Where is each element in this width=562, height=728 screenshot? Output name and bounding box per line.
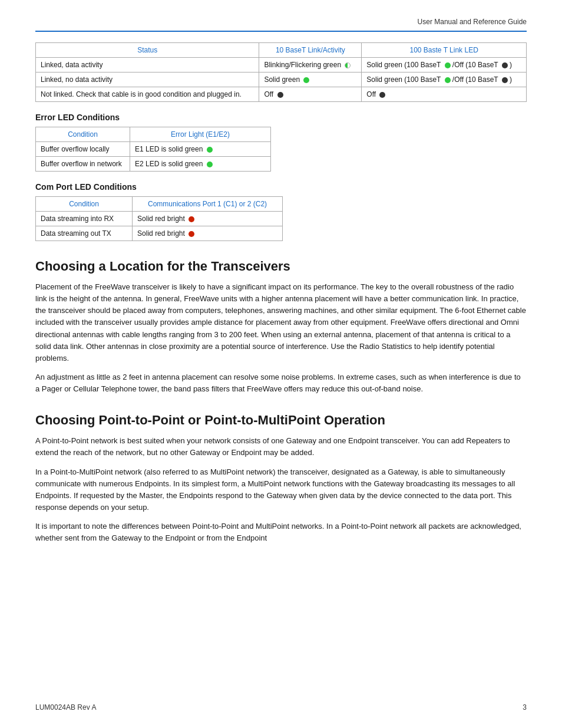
error-row1-condition: Buffer overflow locally xyxy=(36,142,130,157)
led-green-icon xyxy=(207,162,213,167)
led-green-icon xyxy=(207,147,213,153)
error-col-condition: Condition xyxy=(36,127,130,142)
com-row2-condition: Data streaming out TX xyxy=(36,226,133,241)
led-dark-icon xyxy=(502,77,508,83)
table-row: Data streaming into RX Solid red bright xyxy=(36,212,283,226)
error-row1-light: E1 LED is solid green xyxy=(130,142,271,157)
footer-left: LUM0024AB Rev A xyxy=(35,703,96,711)
error-col-light: Error Light (E1/E2) xyxy=(130,127,271,142)
table-row: Data streaming out TX Solid red bright xyxy=(36,226,283,241)
led-green-icon xyxy=(445,77,451,83)
error-row2-condition: Buffer overflow in network xyxy=(36,157,130,172)
row1-link100: Solid green (100 BaseT /Off (10 BaseT ) xyxy=(362,58,527,73)
com-section-heading: Com Port LED Conditions xyxy=(35,182,527,192)
row3-activity: Off xyxy=(259,87,362,102)
location-para-2: An adjustment as little as 2 feet in ant… xyxy=(35,371,527,395)
link-col-status: Status xyxy=(36,43,259,58)
link-col-100base: 100 Baste T Link LED xyxy=(362,43,527,58)
multipoint-section-heading: Choosing Point-to-Point or Point-to-Mult… xyxy=(35,413,527,428)
footer-right: 3 xyxy=(523,703,527,711)
multipoint-para-2: In a Point-to-MultiPoint network (also r… xyxy=(35,466,527,514)
com-row1-condition: Data streaming into RX xyxy=(36,212,133,226)
row2-link100: Solid green (100 BaseT /Off (10 BaseT ) xyxy=(362,73,527,87)
link-col-10base: 10 BaseT Link/Activity xyxy=(259,43,362,58)
row2-activity: Solid green xyxy=(259,73,362,87)
error-section-heading: Error LED Conditions xyxy=(35,113,527,122)
row3-link100: Off xyxy=(362,87,527,102)
table-row: Buffer overflow locally E1 LED is solid … xyxy=(36,142,271,157)
led-red-icon xyxy=(189,231,194,237)
com-col-condition: Condition xyxy=(36,197,133,212)
led-dark-icon xyxy=(502,62,508,68)
led-dark-icon xyxy=(277,92,283,98)
com-row1-light: Solid red bright xyxy=(133,212,283,226)
led-green-icon xyxy=(303,77,309,83)
table-row: Buffer overflow in network E2 LED is sol… xyxy=(36,157,271,172)
link-activity-table: Status 10 BaseT Link/Activity 100 Baste … xyxy=(35,42,527,102)
led-green-icon xyxy=(445,62,451,68)
table-row: Linked, data activity Blinking/Flickerin… xyxy=(36,58,527,73)
page-header: User Manual and Reference Guide xyxy=(35,18,527,26)
led-red-icon xyxy=(189,216,194,222)
row2-status: Linked, no data activity xyxy=(36,73,259,87)
row1-activity: Blinking/Flickering green xyxy=(259,58,362,73)
error-led-table: Condition Error Light (E1/E2) Buffer ove… xyxy=(35,127,271,172)
page-footer: LUM0024AB Rev A 3 xyxy=(35,703,527,711)
led-half-green-icon xyxy=(345,62,351,68)
table-row: Linked, no data activity Solid green Sol… xyxy=(36,73,527,87)
led-dark-icon xyxy=(379,92,385,98)
location-para-1: Placement of the FreeWave transceiver is… xyxy=(35,281,527,364)
multipoint-para-3: It is important to note the differences … xyxy=(35,521,527,544)
row3-status: Not linked. Check that cable is in good … xyxy=(36,87,259,102)
table-row: Not linked. Check that cable is in good … xyxy=(36,87,527,102)
multipoint-para-1: A Point-to-Point network is best suited … xyxy=(35,435,527,459)
com-col-port: Communications Port 1 (C1) or 2 (C2) xyxy=(133,197,283,212)
com-row2-light: Solid red bright xyxy=(133,226,283,241)
row1-status: Linked, data activity xyxy=(36,58,259,73)
location-section-heading: Choosing a Location for the Transceivers xyxy=(35,259,527,274)
top-divider xyxy=(35,31,527,32)
header-title: User Manual and Reference Guide xyxy=(418,18,527,26)
error-row2-light: E2 LED is solid green xyxy=(130,157,271,172)
com-port-table: Condition Communications Port 1 (C1) or … xyxy=(35,196,283,241)
